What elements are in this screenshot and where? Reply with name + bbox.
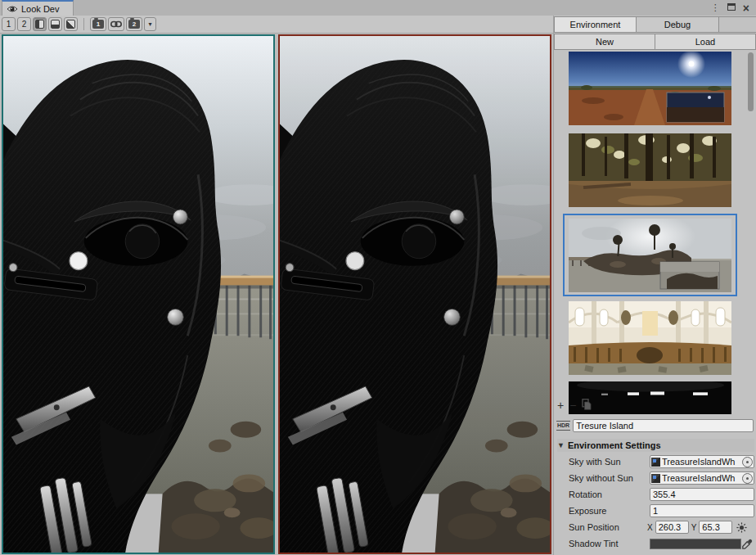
environment-name-input[interactable] bbox=[573, 419, 754, 432]
close-icon[interactable]: × bbox=[743, 2, 749, 14]
eye-icon bbox=[7, 5, 18, 13]
sun-y-input[interactable] bbox=[699, 521, 732, 534]
hdri-preview-image bbox=[569, 219, 731, 292]
camera1-icon: 1 bbox=[92, 20, 104, 29]
camera-dropdown-button[interactable]: ▾ bbox=[144, 17, 156, 31]
hdri-preview-image bbox=[569, 381, 731, 414]
object-picker-icon[interactable] bbox=[742, 457, 753, 467]
tab-debug[interactable]: Debug bbox=[637, 16, 719, 33]
window-menu-icon[interactable]: ⋮ bbox=[711, 3, 720, 12]
view-2[interactable] bbox=[278, 34, 551, 554]
sky-with-sun-value: TreasureIslandWh bbox=[662, 457, 740, 467]
sun-x-label: X bbox=[647, 523, 653, 532]
sky-without-sun-label: Sky without Sun bbox=[569, 473, 633, 483]
sun-icon bbox=[736, 522, 747, 533]
new-button[interactable]: New bbox=[554, 34, 655, 50]
shadow-tint-swatch[interactable] bbox=[650, 539, 741, 549]
split-horizontal-icon bbox=[51, 20, 60, 29]
rotation-row: Rotation bbox=[554, 488, 756, 502]
pick-sun-position-button[interactable] bbox=[735, 521, 748, 534]
sun-position-row: Sun Position X Y bbox=[554, 521, 756, 535]
environment-settings-header[interactable]: ▼ Environment Settings bbox=[557, 439, 754, 452]
duplicate-icon bbox=[582, 399, 592, 410]
split-diagonal-button[interactable] bbox=[64, 17, 78, 31]
environment-thumbnail-church[interactable] bbox=[569, 301, 731, 375]
view-1[interactable] bbox=[2, 34, 275, 554]
object-picker-icon[interactable] bbox=[742, 473, 753, 484]
sun-x-input[interactable] bbox=[655, 521, 689, 534]
sun-position-label: Sun Position bbox=[569, 522, 619, 532]
panel-tabs: Environment Debug bbox=[554, 16, 756, 33]
exposure-label: Exposure bbox=[569, 506, 606, 516]
shadow-tint-row: Shadow Tint bbox=[554, 537, 756, 551]
link-cameras-button[interactable] bbox=[108, 17, 124, 31]
lookdev-window: Look Dev ⋮ × 1 2 1 2 ▾ Environment bbox=[0, 0, 756, 555]
camera2-icon: 2 bbox=[128, 20, 140, 29]
hdr-badge: HDR bbox=[556, 421, 570, 431]
sky-without-sun-field[interactable]: TreasureIslandWh bbox=[650, 472, 754, 485]
split-diagonal-icon bbox=[66, 20, 75, 29]
eyedropper-icon[interactable] bbox=[742, 539, 753, 549]
shadow-tint-label: Shadow Tint bbox=[569, 539, 619, 548]
camera2-button[interactable]: 2 bbox=[126, 17, 142, 31]
rotation-input[interactable] bbox=[650, 488, 754, 501]
hdri-preview-image bbox=[569, 133, 731, 207]
single-view2-button[interactable]: 2 bbox=[17, 17, 31, 31]
tab-environment[interactable]: Environment bbox=[554, 16, 637, 33]
environment-thumbnail-night[interactable] bbox=[569, 381, 731, 414]
cubemap-icon bbox=[651, 458, 660, 467]
window-title: Look Dev bbox=[21, 4, 59, 14]
render-view-1 bbox=[3, 36, 273, 553]
sky-without-sun-row: Sky without Sun TreasureIslandWh bbox=[554, 472, 756, 485]
split-vertical-button[interactable] bbox=[33, 17, 47, 31]
camera1-button[interactable]: 1 bbox=[90, 17, 106, 31]
environment-list-tools: + − bbox=[557, 397, 592, 413]
exposure-input[interactable] bbox=[650, 504, 754, 517]
toolbar-separator bbox=[83, 18, 84, 30]
tab-filler bbox=[719, 16, 756, 33]
environment-panel: Environment Debug New Load bbox=[553, 16, 756, 555]
window-controls: ⋮ × bbox=[711, 0, 749, 16]
remove-environment-button[interactable]: − bbox=[569, 399, 576, 411]
viewport bbox=[0, 34, 553, 555]
environment-settings-title: Environment Settings bbox=[568, 440, 661, 450]
lookdev-tab[interactable]: Look Dev bbox=[2, 0, 74, 16]
environment-thumbnail-forest[interactable] bbox=[569, 133, 731, 207]
sky-with-sun-row: Sky with Sun TreasureIslandWh bbox=[554, 455, 756, 469]
split-vertical-icon bbox=[35, 20, 44, 29]
environment-thumbnail-sunny-outback[interactable] bbox=[569, 52, 731, 125]
duplicate-environment-button[interactable] bbox=[582, 399, 592, 412]
sun-y-label: Y bbox=[691, 523, 697, 532]
thumbnail-scrollbar[interactable] bbox=[748, 52, 754, 111]
lookdev-toolbar: 1 2 1 2 ▾ bbox=[0, 16, 553, 34]
link-icon bbox=[110, 20, 122, 28]
cubemap-icon bbox=[651, 474, 660, 483]
render-view-2 bbox=[280, 36, 550, 553]
panel-actions: New Load bbox=[554, 34, 756, 50]
add-environment-button[interactable]: + bbox=[557, 399, 564, 411]
maximize-icon[interactable] bbox=[727, 3, 736, 12]
single-view1-button[interactable]: 1 bbox=[2, 17, 16, 31]
sky-without-sun-value: TreasureIslandWh bbox=[662, 473, 740, 483]
sky-with-sun-label: Sky with Sun bbox=[569, 457, 621, 467]
hdri-preview-image bbox=[569, 52, 731, 125]
foldout-icon: ▼ bbox=[557, 441, 565, 449]
titlebar: Look Dev ⋮ × bbox=[0, 0, 756, 16]
load-button[interactable]: Load bbox=[655, 34, 756, 50]
sky-with-sun-field[interactable]: TreasureIslandWh bbox=[650, 455, 754, 468]
hdri-preview-image bbox=[569, 301, 731, 375]
environment-thumbnail-treasure-island[interactable] bbox=[569, 219, 731, 292]
hdr-name-row: HDR bbox=[556, 418, 754, 433]
rotation-label: Rotation bbox=[569, 490, 602, 499]
exposure-row: Exposure bbox=[554, 504, 756, 518]
split-horizontal-button[interactable] bbox=[48, 17, 62, 31]
